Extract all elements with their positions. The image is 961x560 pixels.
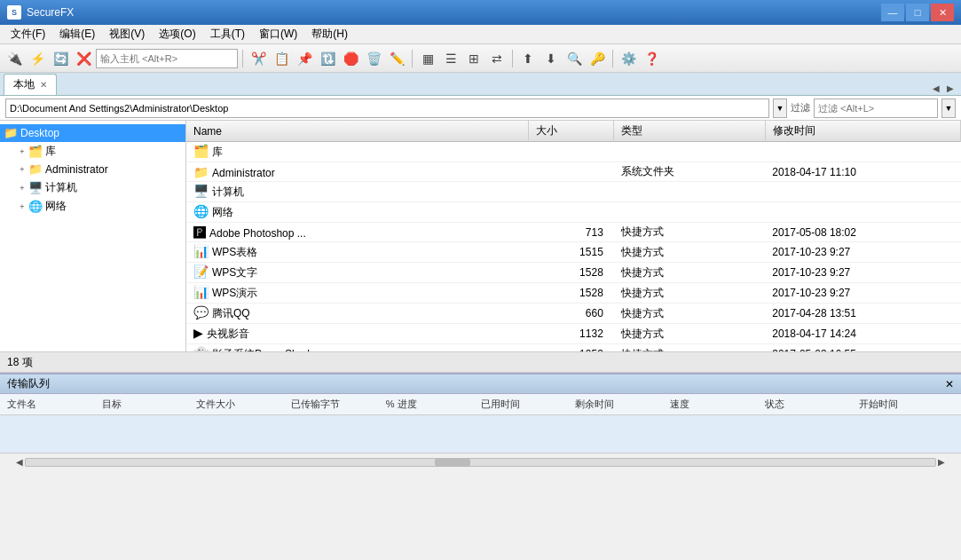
tab-nav-right[interactable]: ▶ [943,81,957,95]
col-header-date[interactable]: 修改时间 [765,121,960,142]
table-row[interactable]: 📝WPS文字 1528 快捷方式 2017-10-23 9:27 [186,263,961,283]
file-panel[interactable]: Name 大小 类型 修改时间 🗂️库 📁Administrator 系统文件夹… [186,121,961,351]
table-row[interactable]: ▶央视影音 1132 快捷方式 2018-04-17 14:24 [186,324,961,344]
scroll-track[interactable] [25,458,936,467]
table-row[interactable]: 📁Administrator 系统文件夹 2018-04-17 11:10 [186,162,961,182]
toolbar-search[interactable]: 🔍 [563,48,585,69]
tab-nav-left[interactable]: ◀ [929,81,943,95]
table-row[interactable]: 💬腾讯QQ 660 快捷方式 2017-04-28 13:51 [186,304,961,324]
toolbar-view-icons[interactable]: ⊞ [463,48,484,69]
tcol-filename: 文件名 [7,398,102,411]
toolbar-sync[interactable]: ⇄ [486,48,508,69]
file-type-cell: 快捷方式 [614,304,765,324]
transfer-columns: 文件名 目标 文件大小 已传输字节 % 进度 已用时间 剩余时间 速度 状态 开… [0,394,961,415]
tab-close-button[interactable]: ✕ [40,80,47,90]
tree-item-admin[interactable]: + 📁 Administrator [12,161,185,178]
folder-icon: 📁 [28,162,43,177]
window-title: SecureFX [27,6,879,19]
tree-item-desktop[interactable]: 📁 Desktop [0,124,185,142]
table-row[interactable]: 🖥️计算机 [186,182,961,202]
table-row[interactable]: 🌐网络 [186,202,961,223]
file-type-icon: 🗂️ [193,144,209,158]
menu-edit[interactable]: 编辑(E) [52,25,102,43]
file-type-icon: 🅿 [193,225,206,240]
toolbar-download[interactable]: ⬇ [540,48,562,69]
file-type-icon: 📊 [193,244,209,258]
expand-icon[interactable]: + [16,182,28,194]
expand-icon[interactable]: + [16,163,28,176]
toolbar-btn-4[interactable]: ❌ [73,48,94,69]
transfer-header: 传输队列 ✕ [0,375,961,394]
menu-view[interactable]: 视图(V) [102,25,152,43]
minimize-button[interactable]: — [881,4,904,21]
toolbar-settings[interactable]: ⚙️ [618,48,639,69]
scroll-thumb[interactable] [435,459,470,466]
tcol-filesize: 文件大小 [196,398,291,411]
file-type-cell: 系统文件夹 [614,162,765,182]
close-button[interactable]: ✕ [931,4,954,21]
col-header-name[interactable]: Name [186,121,528,142]
filter-dropdown-button[interactable]: ▼ [941,99,956,118]
toolbar-btn-1[interactable]: 🔌 [4,48,25,69]
toolbar-paste[interactable]: 📌 [294,48,315,69]
toolbar-view-list[interactable]: ▦ [417,48,438,69]
toolbar-view-detail[interactable]: ☰ [440,48,461,69]
file-size-cell: 1515 [528,242,613,263]
file-name-cell: 🖥️计算机 [186,182,528,202]
tree-item-lib[interactable]: + 🗂️ 库 [12,142,185,161]
toolbar-copy[interactable]: 📋 [271,48,292,69]
status-bar: 18 项 [0,351,961,373]
transfer-title: 传输队列 [7,376,50,391]
menu-file[interactable]: 文件(F) [4,25,52,43]
expand-icon[interactable]: + [16,201,28,213]
path-dropdown-button[interactable]: ▼ [773,99,787,118]
file-size-cell: 1528 [528,263,613,283]
toolbar-key[interactable]: 🔑 [587,48,608,69]
file-date-cell [765,142,960,162]
file-type-cell: 快捷方式 [614,263,765,283]
table-row[interactable]: 👻影子系统PowerShad... 1953 快捷方式 2017-05-03 1… [186,344,961,352]
expand-icon[interactable]: + [16,146,28,158]
toolbar-btn-3[interactable]: 🔄 [50,48,71,69]
table-row[interactable]: 🅿Adobe Photoshop ... 713 快捷方式 2017-05-08… [186,223,961,242]
transfer-close-button[interactable]: ✕ [945,378,954,390]
file-date-cell: 2017-05-03 16:55 [765,344,960,352]
toolbar-rename[interactable]: ✏️ [386,48,407,69]
table-row[interactable]: 📊WPS表格 1515 快捷方式 2017-10-23 9:27 [186,242,961,263]
host-input[interactable] [96,49,238,68]
tcol-transferred: 已传输字节 [291,398,386,411]
toolbar-help[interactable]: ❓ [641,48,662,69]
file-type-cell [614,202,765,223]
maximize-button[interactable]: □ [906,4,929,21]
col-header-type[interactable]: 类型 [614,121,765,142]
scroll-right-button[interactable]: ▶ [936,457,947,467]
toolbar-btn-2[interactable]: ⚡ [27,48,48,69]
toolbar-separator-2 [412,50,413,67]
toolbar: 🔌 ⚡ 🔄 ❌ ✂️ 📋 📌 🔃 🛑 🗑️ ✏️ ▦ ☰ ⊞ ⇄ ⬆ ⬇ 🔍 🔑… [0,44,961,73]
toolbar-delete[interactable]: 🗑️ [363,48,384,69]
col-header-size[interactable]: 大小 [528,121,613,142]
path-bar: ▼ 过滤 ▼ [0,96,961,121]
network-icon: 🌐 [28,200,43,214]
tree-item-network[interactable]: + 🌐 网络 [12,197,185,216]
tree-item-computer[interactable]: + 🖥️ 计算机 [12,178,185,197]
tab-local[interactable]: 本地 ✕ [4,74,57,95]
file-name-cell: 📊WPS表格 [186,242,528,263]
file-name-cell: 🌐网络 [186,202,528,223]
path-input[interactable] [5,99,769,118]
scroll-left-button[interactable]: ◀ [14,457,25,467]
toolbar-stop[interactable]: 🛑 [340,48,361,69]
table-row[interactable]: 📊WPS演示 1528 快捷方式 2017-10-23 9:27 [186,283,961,304]
file-size-cell: 660 [528,304,613,324]
table-row[interactable]: 🗂️库 [186,142,961,162]
filter-input[interactable] [814,99,938,118]
menu-help[interactable]: 帮助(H) [304,25,355,43]
menu-tools[interactable]: 工具(T) [203,25,252,43]
file-size-cell [528,142,613,162]
toolbar-cut[interactable]: ✂️ [248,48,269,69]
toolbar-upload[interactable]: ⬆ [517,48,539,69]
tab-label: 本地 [13,77,35,92]
toolbar-refresh[interactable]: 🔃 [317,48,338,69]
menu-window[interactable]: 窗口(W) [252,25,304,43]
menu-options[interactable]: 选项(O) [152,25,202,43]
